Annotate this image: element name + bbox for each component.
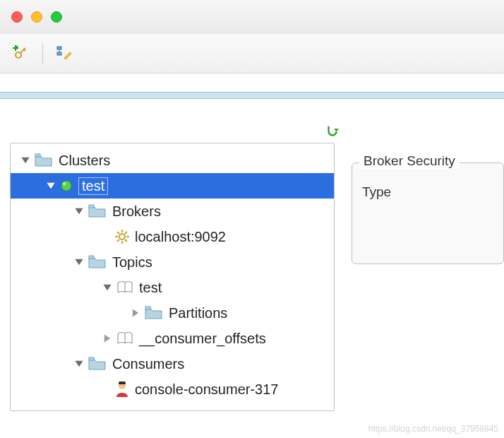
tree-label: test — [78, 177, 108, 195]
svg-rect-6 — [89, 205, 94, 208]
folder-icon — [88, 255, 107, 269]
divider-bar — [0, 92, 504, 99]
tree-label: Clusters — [59, 153, 110, 169]
broker-security-group: Broker Security Type — [352, 162, 504, 264]
tree-node-topic-test[interactable]: test — [11, 275, 334, 300]
status-dot-icon — [60, 179, 73, 192]
svg-line-15 — [125, 232, 127, 234]
chevron-down-icon[interactable] — [44, 179, 57, 192]
add-key-icon[interactable] — [13, 45, 30, 62]
group-title: Broker Security — [359, 153, 460, 169]
toolbar-separator — [42, 44, 43, 64]
chevron-down-icon[interactable] — [73, 205, 85, 218]
tree-node-broker[interactable]: localhost:9092 — [11, 224, 334, 249]
window-close-button[interactable] — [11, 11, 23, 23]
tree-label: test — [139, 280, 162, 296]
tree-node-brokers[interactable]: Brokers — [11, 199, 334, 224]
folder-icon — [88, 204, 107, 218]
chevron-right-icon[interactable] — [129, 307, 142, 319]
chevron-down-icon[interactable] — [19, 154, 32, 167]
tree-label: __consumer_offsets — [139, 331, 266, 347]
tree-label: Brokers — [112, 203, 161, 220]
svg-rect-2 — [57, 52, 61, 55]
tree-label: localhost:9092 — [135, 229, 226, 245]
folder-icon — [35, 153, 53, 167]
folder-icon — [88, 357, 107, 371]
svg-point-5 — [63, 182, 66, 185]
tree-node-partitions[interactable]: Partitions — [11, 300, 334, 326]
tree-label: Partitions — [169, 305, 227, 321]
tree-label: Consumers — [112, 356, 184, 372]
svg-line-13 — [125, 239, 127, 242]
titlebar — [0, 0, 504, 34]
svg-rect-3 — [35, 154, 40, 157]
chevron-down-icon[interactable] — [73, 357, 85, 370]
window-minimize-button[interactable] — [31, 11, 42, 23]
tree-node-consumers[interactable]: Consumers — [11, 351, 334, 377]
svg-line-14 — [117, 239, 119, 242]
type-label: Type — [362, 184, 493, 200]
app-window: Clusters test — [0, 0, 504, 438]
tree-node-cluster-test[interactable]: test — [11, 173, 334, 199]
tree-panel: Clusters test — [10, 143, 335, 411]
chevron-right-icon[interactable] — [101, 332, 114, 345]
svg-point-0 — [16, 52, 21, 58]
gear-icon — [115, 230, 129, 244]
tree-node-consumer[interactable]: console-consumer-317 — [11, 377, 334, 402]
book-icon — [116, 332, 133, 345]
refresh-icon[interactable] — [325, 124, 340, 139]
svg-point-4 — [61, 181, 71, 191]
svg-rect-1 — [57, 47, 61, 49]
svg-rect-18 — [145, 307, 150, 309]
tree-label: console-consumer-317 — [135, 381, 278, 398]
svg-rect-20 — [89, 357, 94, 360]
details-panel: Broker Security Type — [349, 162, 504, 411]
watermark: https://blog.csdn.net/qq_37958845 — [368, 424, 498, 434]
tree-node-topic-consumer-offsets[interactable]: __consumer_offsets — [11, 326, 334, 351]
chevron-down-icon[interactable] — [101, 281, 114, 294]
svg-rect-16 — [89, 256, 94, 259]
tree-node-topics[interactable]: Topics — [11, 249, 334, 275]
svg-line-12 — [117, 232, 119, 234]
tree-node-clusters[interactable]: Clusters — [11, 148, 334, 173]
person-icon — [115, 381, 129, 397]
svg-point-7 — [119, 234, 125, 239]
tree-label: Topics — [112, 254, 152, 271]
folder-icon — [145, 306, 163, 320]
chevron-down-icon[interactable] — [73, 256, 85, 268]
window-zoom-button[interactable] — [51, 11, 62, 23]
edit-tree-icon[interactable] — [56, 45, 73, 62]
book-icon — [116, 281, 133, 294]
toolbar — [0, 34, 504, 73]
